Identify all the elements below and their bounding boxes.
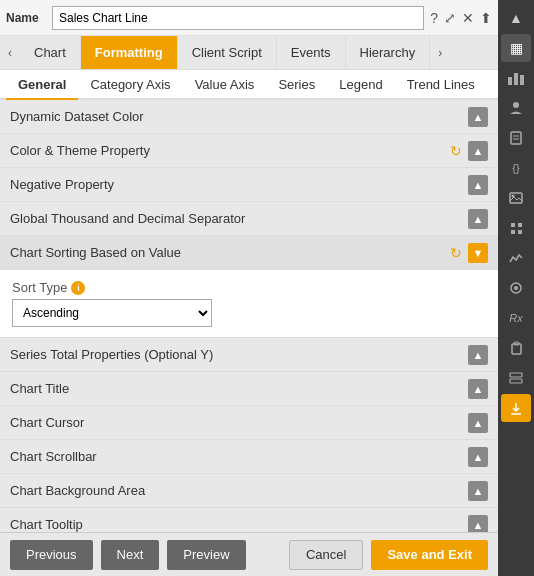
sidebar-rx-icon[interactable]: Rx	[501, 304, 531, 332]
sort-type-label: Sort Type i	[12, 280, 486, 295]
close-icon[interactable]: ✕	[462, 10, 474, 26]
tab-client-script[interactable]: Client Script	[178, 36, 277, 69]
previous-button[interactable]: Previous	[10, 540, 93, 570]
collapse-dynamic-dataset[interactable]: ▲	[468, 107, 488, 127]
sidebar-linechart-icon[interactable]	[501, 244, 531, 272]
sidebar-top-arrow-icon[interactable]: ▲	[501, 4, 531, 32]
svg-point-14	[514, 286, 518, 290]
collapse-global-thousand[interactable]: ▲	[468, 209, 488, 229]
svg-rect-4	[511, 132, 521, 144]
section-chart-sorting[interactable]: Chart Sorting Based on Value ↻ ▼	[0, 236, 498, 270]
svg-rect-9	[511, 223, 515, 227]
collapse-chart-title[interactable]: ▲	[468, 379, 488, 399]
section-chart-cursor[interactable]: Chart Cursor ▲	[0, 406, 498, 440]
refresh-color-theme-icon[interactable]: ↻	[450, 143, 462, 159]
svg-rect-0	[508, 77, 512, 85]
tab-chart[interactable]: Chart	[20, 36, 81, 69]
collapse-chart-sorting[interactable]: ▼	[468, 243, 488, 263]
section-chart-title[interactable]: Chart Title ▲	[0, 372, 498, 406]
chart-sorting-content: Sort Type i Ascending Descending None	[0, 270, 498, 338]
sidebar-image-icon[interactable]	[501, 184, 531, 212]
main-container: Name ? ⤢ ✕ ⬆ ‹ Chart Formatting Client S…	[0, 0, 534, 576]
svg-rect-17	[510, 373, 522, 377]
sidebar-code-icon[interactable]: {}	[501, 154, 531, 182]
sidebar-layers-icon[interactable]	[501, 364, 531, 392]
content-area: Name ? ⤢ ✕ ⬆ ‹ Chart Formatting Client S…	[0, 0, 498, 576]
collapse-chart-background[interactable]: ▲	[468, 481, 488, 501]
help-icon[interactable]: ?	[430, 10, 438, 26]
sidebar-clipboard-icon[interactable]	[501, 334, 531, 362]
section-negative-property[interactable]: Negative Property ▲	[0, 168, 498, 202]
title-icons: ? ⤢ ✕ ⬆	[430, 10, 492, 26]
sort-type-select[interactable]: Ascending Descending None	[12, 299, 212, 327]
name-label: Name	[6, 11, 46, 25]
sidebar-person-icon[interactable]	[501, 94, 531, 122]
name-input[interactable]	[52, 6, 424, 30]
tab-bar: ‹ Chart Formatting Client Script Events …	[0, 36, 498, 70]
collapse-series-total[interactable]: ▲	[468, 345, 488, 365]
right-sidebar: ▲ ▦ {} Rx	[498, 0, 534, 576]
svg-rect-1	[514, 73, 518, 85]
sections-container: Dynamic Dataset Color ▲ Color & Theme Pr…	[0, 100, 498, 532]
svg-rect-7	[510, 193, 522, 203]
svg-rect-18	[510, 379, 522, 383]
sub-tab-series[interactable]: Series	[266, 70, 327, 100]
expand-icon[interactable]: ⬆	[480, 10, 492, 26]
footer-bar: Previous Next Preview Cancel Save and Ex…	[0, 532, 498, 576]
collapse-negative-property[interactable]: ▲	[468, 175, 488, 195]
svg-rect-12	[518, 230, 522, 234]
cancel-button[interactable]: Cancel	[289, 540, 363, 570]
save-exit-button[interactable]: Save and Exit	[371, 540, 488, 570]
section-chart-tooltip[interactable]: Chart Tooltip ▲	[0, 508, 498, 532]
next-button[interactable]: Next	[101, 540, 160, 570]
section-dynamic-dataset-color[interactable]: Dynamic Dataset Color ▲	[0, 100, 498, 134]
sub-tab-general[interactable]: General	[6, 70, 78, 100]
tab-events[interactable]: Events	[277, 36, 346, 69]
sidebar-grid-icon[interactable]	[501, 214, 531, 242]
sub-tab-value-axis[interactable]: Value Axis	[183, 70, 267, 100]
section-chart-scrollbar[interactable]: Chart Scrollbar ▲	[0, 440, 498, 474]
collapse-chart-tooltip[interactable]: ▲	[468, 515, 488, 533]
sidebar-download-icon[interactable]	[501, 394, 531, 422]
sub-tab-bar: General Category Axis Value Axis Series …	[0, 70, 498, 100]
title-bar: Name ? ⤢ ✕ ⬆	[0, 0, 498, 36]
sidebar-component-icon[interactable]	[501, 274, 531, 302]
sub-tab-trend-lines[interactable]: Trend Lines	[395, 70, 487, 100]
sub-tab-category-axis[interactable]: Category Axis	[78, 70, 182, 100]
section-chart-background[interactable]: Chart Background Area ▲	[0, 474, 498, 508]
sort-type-info-icon: i	[71, 281, 85, 295]
tab-hierarchy[interactable]: Hierarchy	[346, 36, 431, 69]
collapse-chart-cursor[interactable]: ▲	[468, 413, 488, 433]
sidebar-table-icon[interactable]: ▦	[501, 34, 531, 62]
sidebar-chart-bar-icon[interactable]	[501, 64, 531, 92]
svg-rect-2	[520, 75, 524, 85]
section-series-total[interactable]: Series Total Properties (Optional Y) ▲	[0, 338, 498, 372]
svg-rect-11	[511, 230, 515, 234]
tab-nav-right[interactable]: ›	[430, 36, 450, 69]
collapse-chart-scrollbar[interactable]: ▲	[468, 447, 488, 467]
sub-tab-legend[interactable]: Legend	[327, 70, 394, 100]
section-color-theme[interactable]: Color & Theme Property ↻ ▲	[0, 134, 498, 168]
svg-point-3	[513, 102, 519, 108]
svg-rect-10	[518, 223, 522, 227]
move-icon[interactable]: ⤢	[444, 10, 456, 26]
collapse-color-theme[interactable]: ▲	[468, 141, 488, 161]
tab-nav-left[interactable]: ‹	[0, 36, 20, 69]
section-global-thousand[interactable]: Global Thousand and Decimal Separator ▲	[0, 202, 498, 236]
refresh-chart-sorting-icon[interactable]: ↻	[450, 245, 462, 261]
tab-formatting[interactable]: Formatting	[81, 36, 178, 69]
preview-button[interactable]: Preview	[167, 540, 245, 570]
sidebar-doc-icon[interactable]	[501, 124, 531, 152]
